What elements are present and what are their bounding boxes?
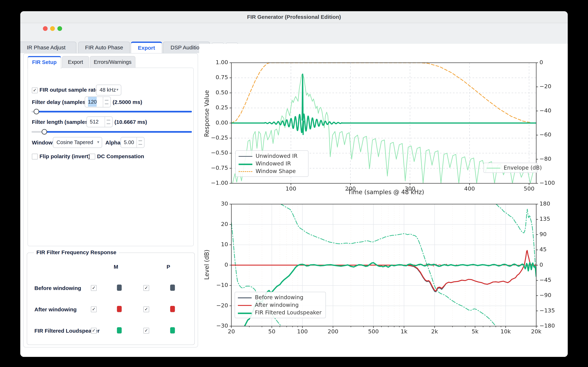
fir-filtered-m-swatch[interactable]: [117, 327, 122, 333]
titlebar: FIR Generator (Professional Edition): [20, 11, 568, 23]
filter-delay-slider[interactable]: [32, 109, 192, 114]
close-window-icon[interactable]: [43, 26, 48, 31]
dc-compensation-label: DC Compensation: [97, 153, 144, 159]
before-windowing-p-swatch[interactable]: [170, 284, 175, 291]
subtab-fir-setup[interactable]: FIR Setup: [27, 56, 61, 69]
frequency-legend: Before windowing After windowing FIR Fil…: [235, 292, 326, 318]
tab-export[interactable]: Export: [131, 42, 162, 55]
fir-filtered-p-swatch[interactable]: [170, 327, 175, 333]
flip-polarity-label: Flip polarity (invert): [39, 153, 90, 159]
filter-length-value: 512: [90, 117, 98, 126]
after-windowing-p-checkbox[interactable]: ✓: [143, 306, 149, 312]
legend-line: [239, 171, 252, 172]
stepper-icon[interactable]: [103, 97, 110, 107]
after-windowing-m-swatch[interactable]: [117, 306, 122, 312]
row-label-after-windowing: After windowing: [35, 306, 77, 313]
top-ylabel-left: Response Value: [203, 90, 210, 137]
alpha-value: 5.00: [124, 137, 134, 147]
legend-line: [238, 305, 252, 306]
frequency-response-chart: [199, 194, 568, 348]
column-header-p: P: [166, 264, 170, 270]
legend-label: After windowing: [255, 302, 299, 308]
filter-length-slider[interactable]: [32, 129, 192, 134]
fir-filtered-m-checkbox[interactable]: ✓: [91, 328, 97, 334]
bottom-ylabel-left: Level (dB): [203, 250, 210, 280]
after-windowing-m-checkbox[interactable]: ✓: [91, 306, 97, 312]
filter-delay-value: 120: [88, 97, 97, 107]
tab-fir-auto-phase[interactable]: FIR Auto Phase: [78, 42, 130, 53]
dc-compensation-checkbox[interactable]: [89, 154, 95, 159]
legend-label: Window Shape: [256, 168, 296, 174]
filter-delay-spinner[interactable]: 120: [85, 97, 111, 107]
sample-rate-value: 48 kHz: [100, 85, 116, 95]
legend-label: FIR Filtered Loudspeaker: [255, 309, 321, 316]
sample-rate-label: FIR output sample rate: [39, 87, 98, 93]
legend-line: [238, 313, 252, 314]
row-label-before-windowing: Before windowing: [35, 285, 81, 291]
flip-polarity-checkbox[interactable]: [32, 154, 38, 159]
legend-line: [238, 297, 252, 298]
legend-label: Envelope (dB): [504, 165, 542, 171]
legend-label: Unwindowed IR: [256, 153, 298, 159]
filter-length-spinner[interactable]: 512: [86, 117, 112, 127]
legend-label: Windowed IR: [256, 160, 291, 167]
alpha-spinner[interactable]: 5.00: [121, 137, 145, 148]
subtab-errors-warnings[interactable]: Errors/Warnings: [90, 56, 135, 68]
legend-line: [239, 156, 252, 157]
before-windowing-m-checkbox[interactable]: ✓: [91, 285, 97, 291]
legend-line: [239, 164, 252, 165]
window-value: Cosine Tapered: [56, 137, 93, 147]
fir-setup-form: ✓ FIR output sample rate 48 kHz ▾ Filter…: [27, 68, 194, 246]
after-windowing-p-swatch[interactable]: [170, 306, 175, 312]
window-label: Window: [32, 140, 53, 146]
sample-rate-checkbox[interactable]: ✓: [32, 87, 38, 93]
stepper-icon[interactable]: [137, 137, 144, 148]
legend-label: Before windowing: [255, 294, 303, 300]
tab-ir-phase-adjust[interactable]: IR Phase Adjust: [20, 42, 76, 53]
chevron-down-icon: ▾: [116, 85, 118, 94]
window-title: FIR Generator (Professional Edition): [20, 11, 568, 23]
response-group-title: FIR Filter Frequency Response: [34, 249, 119, 255]
before-windowing-m-swatch[interactable]: [117, 284, 122, 291]
filter-length-slider-handle[interactable]: [42, 129, 47, 134]
top-xlabel: Time (samples @ 48 kHz): [348, 189, 424, 196]
before-windowing-p-checkbox[interactable]: ✓: [143, 285, 149, 291]
subtab-export[interactable]: Export: [62, 56, 89, 68]
impulse-legend: Unwindowed IR Windowed IR Window Shape: [235, 150, 309, 177]
charts-area: Response Value Response Value (dB) Time …: [199, 53, 568, 357]
legend-line: [487, 168, 500, 168]
filter-delay-slider-handle[interactable]: [34, 109, 39, 114]
sample-rate-select[interactable]: 48 kHz ▾: [96, 85, 121, 95]
filter-length-label: Filter length (samples): [32, 119, 90, 125]
app-window: FIR Generator (Professional Edition) IR …: [20, 11, 568, 357]
column-header-m: M: [114, 264, 118, 270]
fir-filtered-p-checkbox[interactable]: ✓: [143, 328, 149, 334]
screen: FIR Generator (Professional Edition) IR …: [0, 0, 588, 367]
content-area: FIR Setup Export Errors/Warnings ✓ FIR o…: [20, 53, 568, 357]
filter-length-ms: (10.6667 ms): [114, 119, 147, 125]
row-label-fir-filtered: FIR Filtered Loudspeaker: [35, 328, 100, 334]
window-select[interactable]: Cosine Tapered ▾: [53, 137, 102, 148]
stepper-icon[interactable]: [105, 117, 112, 127]
filter-delay-ms: (2.5000 ms): [112, 99, 142, 105]
response-group: M P Before windowing ✓ ✓ After windowing…: [27, 253, 195, 345]
envelope-legend: Envelope (dB): [483, 163, 538, 173]
minimize-window-icon[interactable]: [50, 26, 55, 31]
export-panel: FIR Setup Export Errors/Warnings ✓ FIR o…: [23, 53, 198, 348]
zoom-window-icon[interactable]: [57, 26, 62, 31]
filter-delay-label: Filter delay (samples): [32, 99, 87, 105]
alpha-label: Alpha: [105, 140, 120, 146]
chevron-down-icon: ▾: [97, 137, 99, 147]
